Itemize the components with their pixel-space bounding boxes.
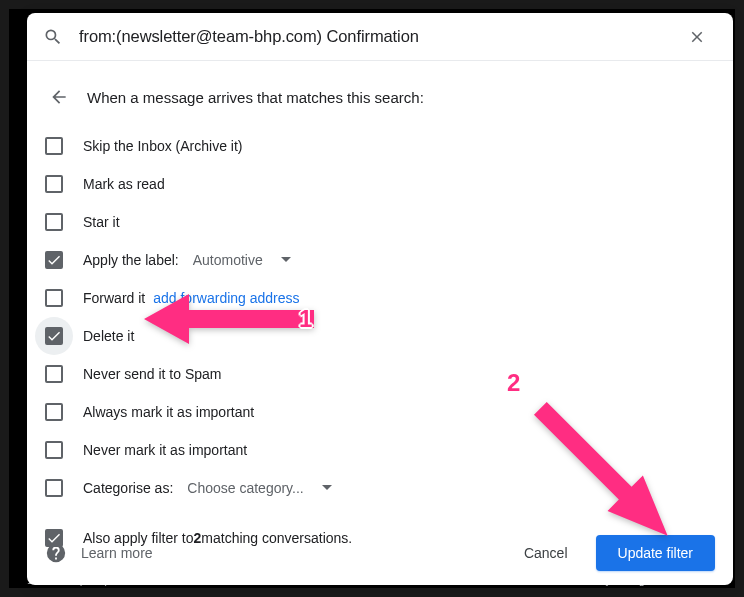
label-skip-inbox: Skip the Inbox (Archive it)	[83, 138, 243, 154]
option-mark-read: Mark as read	[45, 165, 715, 203]
option-forward-it: Forward it add forwarding address	[45, 279, 715, 317]
close-icon	[688, 28, 706, 46]
checkbox-categorise[interactable]	[45, 479, 63, 497]
search-icon	[43, 27, 63, 47]
checkbox-apply-label[interactable]	[45, 251, 63, 269]
option-never-spam: Never send it to Spam	[45, 355, 715, 393]
chevron-down-icon	[281, 255, 291, 265]
chevron-down-icon	[322, 483, 332, 493]
search-bar	[27, 13, 733, 61]
checkbox-always-important[interactable]	[45, 403, 63, 421]
option-apply-label: Apply the label: Automotive	[45, 241, 715, 279]
checkbox-delete-it[interactable]	[45, 327, 63, 345]
label-always-important: Always mark it as important	[83, 404, 254, 420]
label-never-important: Never mark it as important	[83, 442, 247, 458]
dialog-heading: When a message arrives that matches this…	[87, 89, 424, 106]
cancel-button[interactable]: Cancel	[502, 535, 590, 571]
option-delete-it: Delete it	[45, 317, 715, 355]
add-forwarding-address-link[interactable]: add forwarding address	[153, 290, 299, 306]
dialog-footer: Learn more Cancel Update filter	[27, 521, 733, 585]
label-categorise: Categorise as:	[83, 480, 173, 496]
option-never-important: Never mark it as important	[45, 431, 715, 469]
option-skip-inbox: Skip the Inbox (Archive it)	[45, 127, 715, 165]
option-always-important: Always mark it as important	[45, 393, 715, 431]
category-dropdown[interactable]: Choose category...	[181, 476, 337, 500]
label-mark-read: Mark as read	[83, 176, 165, 192]
option-categorise: Categorise as: Choose category...	[45, 469, 715, 507]
close-button[interactable]	[677, 17, 717, 57]
label-dropdown[interactable]: Automotive	[187, 248, 297, 272]
label-star-it: Star it	[83, 214, 120, 230]
checkbox-star-it[interactable]	[45, 213, 63, 231]
label-forward-it: Forward it	[83, 290, 145, 306]
help-icon[interactable]	[45, 542, 67, 564]
checkbox-skip-inbox[interactable]	[45, 137, 63, 155]
learn-more-link[interactable]: Learn more	[81, 545, 153, 561]
label-delete-it: Delete it	[83, 328, 134, 344]
label-never-spam: Never send it to Spam	[83, 366, 222, 382]
search-input[interactable]	[77, 26, 673, 47]
arrow-left-icon	[49, 87, 69, 107]
option-star-it: Star it	[45, 203, 715, 241]
checkbox-mark-read[interactable]	[45, 175, 63, 193]
checkbox-never-important[interactable]	[45, 441, 63, 459]
back-button[interactable]	[45, 83, 73, 111]
checkbox-forward-it[interactable]	[45, 289, 63, 307]
filter-dialog: When a message arrives that matches this…	[27, 13, 733, 585]
update-filter-button[interactable]: Update filter	[596, 535, 715, 571]
category-dropdown-value: Choose category...	[187, 480, 303, 496]
label-apply-label: Apply the label:	[83, 252, 179, 268]
label-dropdown-value: Automotive	[193, 252, 263, 268]
checkbox-never-spam[interactable]	[45, 365, 63, 383]
